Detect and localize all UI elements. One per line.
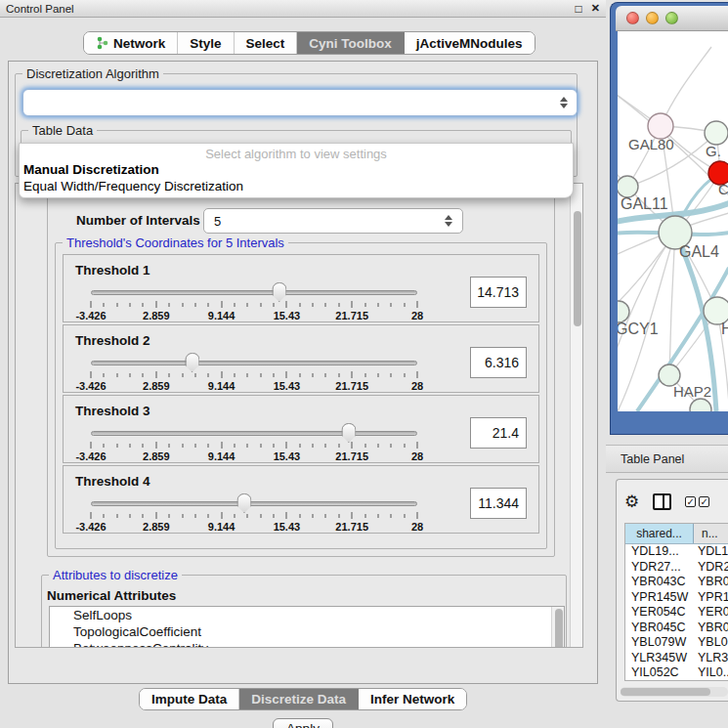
tab-label: Select (246, 36, 285, 51)
threshold-value-field[interactable]: 14.713 (470, 277, 527, 308)
node-attribute-table[interactable]: shared... n... YDL19... YDL1... YDR27...… (624, 523, 728, 681)
slider-track[interactable] (91, 361, 417, 365)
settings-scrollbar[interactable] (570, 184, 582, 647)
table-cell[interactable]: YBR0... (694, 621, 728, 636)
threshold-value-field[interactable]: 11.344 (470, 488, 527, 519)
mac-zoom-button-icon[interactable] (665, 12, 678, 24)
tab-discretize-data[interactable]: Discretize Data (239, 689, 359, 709)
tab-network[interactable]: Network (84, 32, 178, 54)
tab-jactivemnodules[interactable]: jActiveMNodules (405, 32, 535, 54)
algorithm-option-manual-discretization[interactable]: Manual Discretization (20, 161, 573, 178)
number-of-intervals-combobox[interactable]: 5 (203, 208, 463, 234)
network-window-titlebar (616, 6, 728, 31)
table-panel: ⚙ ✓ ✓ shared... n... YDL19... YDL1... YD… (616, 479, 728, 702)
threshold-slider[interactable]: -3.4262.8599.14415.4321.71528 (91, 288, 417, 321)
table-row[interactable]: YBL079W YBL0... (625, 635, 728, 651)
table-horizontal-scrollbar[interactable] (621, 687, 728, 697)
table-cell[interactable]: YDR27... (625, 560, 694, 576)
attributes-group-title: Attributes to discretize (49, 568, 182, 582)
tab-cyni-toolbox[interactable]: Cyni Toolbox (297, 32, 405, 54)
threshold-panel: Threshold 2 -3.4262.8599.14415.4321.7152… (63, 324, 539, 393)
threshold-panel: Threshold 3 -3.4262.8599.14415.4321.7152… (63, 395, 539, 463)
discretization-algorithm-group-title: Discretization Algorithm (22, 66, 163, 81)
table-cell[interactable]: YBL0... (694, 635, 728, 651)
table-row[interactable]: YPR145W YPR1... (625, 590, 728, 606)
scrollbar-thumb[interactable] (574, 211, 581, 326)
table-panel-title: Table Panel (621, 452, 684, 466)
gear-icon[interactable]: ⚙ (624, 493, 639, 510)
table-cell[interactable]: YIL0... (694, 665, 728, 681)
tab-label: Style (190, 36, 221, 51)
table-row[interactable]: YDR27... YDR2... (625, 560, 728, 576)
threshold-value-field[interactable]: 6.316 (470, 347, 527, 378)
threshold-value-field[interactable]: 21.4 (470, 417, 527, 449)
table-cell[interactable]: YDL1... (694, 544, 728, 560)
table-cell[interactable]: YBR0... (694, 575, 728, 590)
list-item[interactable]: SelfLoops (50, 607, 564, 623)
top-tab-bar: Network Style Select Cyni Toolbox jActiv… (83, 31, 535, 55)
table-cell[interactable]: YPR145W (625, 590, 694, 606)
network-graph: GAL80 G. C GAL11 GAL4 GCY1 H HAP2 (618, 31, 728, 411)
slider-track[interactable] (91, 431, 417, 436)
network-canvas[interactable]: GAL80 G. C GAL11 GAL4 GCY1 H HAP2 (618, 31, 728, 411)
slider-track[interactable] (91, 501, 417, 506)
table-row[interactable]: YER054C YER0... (625, 605, 728, 621)
column-visibility-toggles: ✓ ✓ (685, 496, 709, 507)
column-header-name[interactable]: n... (694, 524, 728, 543)
table-row[interactable]: YBR043C YBR0... (625, 575, 728, 590)
threshold-slider[interactable]: -3.4262.8599.14415.4321.71528 (91, 499, 417, 533)
tab-select[interactable]: Select (235, 32, 298, 54)
table-cell[interactable]: YLR345W (625, 651, 694, 666)
numerical-attributes-list[interactable]: SelfLoops TopologicalCoefficient Between… (49, 606, 565, 648)
slider-thumb[interactable] (272, 282, 286, 302)
threshold-slider[interactable]: -3.4262.8599.14415.4321.71528 (91, 429, 417, 462)
table-cell[interactable]: YBL079W (625, 635, 694, 651)
mac-minimize-button-icon[interactable] (646, 12, 659, 24)
node-label: C (718, 181, 728, 197)
list-item[interactable]: TopologicalCoefficient (50, 623, 564, 640)
float-window-icon[interactable]: □ (576, 2, 582, 16)
scrollbar-thumb[interactable] (621, 688, 710, 696)
table-row[interactable]: YIL052C YIL0... (625, 665, 728, 681)
tab-infer-network[interactable]: Infer Network (359, 689, 466, 709)
table-cell[interactable]: YLR3... (694, 651, 728, 666)
mac-close-button-icon[interactable] (626, 12, 639, 24)
table-cell[interactable]: YPR1... (694, 590, 728, 606)
table-panel-titlebar: Table Panel (606, 445, 728, 473)
threshold-slider[interactable]: -3.4262.8599.14415.4321.71528 (91, 359, 417, 392)
slider-track[interactable] (91, 290, 417, 295)
tab-style[interactable]: Style (178, 32, 234, 54)
table-cell[interactable]: YER0... (694, 605, 728, 621)
node-gal11 (618, 176, 638, 197)
checkbox-checked-icon[interactable]: ✓ (685, 496, 696, 507)
algorithm-option-equal-width-frequency[interactable]: Equal Width/Frequency Discretization (20, 178, 573, 194)
table-cell[interactable]: YBR045C (625, 621, 694, 636)
table-cell[interactable]: YDR2... (694, 560, 728, 576)
table-cell[interactable]: YDL19... (625, 544, 694, 560)
slider-thumb[interactable] (236, 493, 251, 513)
column-header-shared-name[interactable]: shared... (625, 524, 694, 543)
apply-button[interactable]: Apply (273, 718, 333, 728)
slider-thumb[interactable] (185, 353, 199, 372)
table-row[interactable]: YDL19... YDL1... (625, 544, 728, 560)
split-columns-icon[interactable] (653, 493, 671, 510)
close-icon[interactable]: ✕ (591, 2, 600, 15)
number-of-intervals-label: Number of Intervals (76, 213, 200, 228)
checkbox-checked-icon[interactable]: ✓ (699, 496, 709, 507)
cyni-toolbox-panel: Discretization Algorithm Table Data galF… (8, 61, 598, 684)
table-row[interactable]: YBR045C YBR0... (625, 621, 728, 636)
tab-impute-data[interactable]: Impute Data (140, 689, 239, 709)
algorithm-combobox[interactable] (22, 89, 578, 116)
app-root: Control Panel □ ✕ Network Style Select C… (0, 0, 728, 728)
slider-tick-labels: -3.4262.8599.14415.4321.71528 (91, 450, 417, 462)
table-cell[interactable]: YBR043C (625, 575, 694, 590)
table-cell[interactable]: YIL052C (625, 665, 694, 681)
tab-label: Discretize Data (251, 692, 346, 707)
table-cell[interactable]: YER054C (625, 605, 694, 621)
scrollbar-thumb[interactable] (555, 609, 563, 648)
attributes-scrollbar[interactable] (551, 607, 564, 648)
list-item[interactable]: BetweennessCentrality (50, 640, 564, 648)
table-row[interactable]: YLR345W YLR3... (625, 651, 728, 666)
slider-thumb[interactable] (341, 423, 356, 443)
node-label: GAL11 (621, 195, 668, 212)
